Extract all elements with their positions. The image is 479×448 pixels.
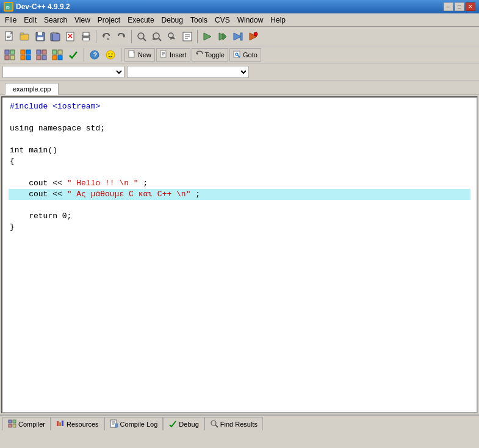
toggle-text-button[interactable]: Toggle — [192, 48, 228, 62]
svg-point-83 — [211, 421, 216, 425]
code-normal: { — [10, 157, 15, 166]
svg-point-40 — [254, 32, 258, 36]
code-line-blank13 — [9, 364, 470, 375]
file-tab-example-cpp[interactable]: example.cpp — [5, 83, 59, 95]
separator3 — [197, 30, 198, 43]
svg-rect-53 — [52, 50, 57, 54]
separator1 — [96, 30, 96, 43]
resources-tab-label: Resources — [67, 421, 99, 428]
close-button[interactable]: ✕ — [466, 2, 475, 11]
code-line-blank7 — [9, 299, 470, 310]
svg-rect-13 — [52, 34, 60, 41]
svg-point-61 — [112, 53, 113, 54]
svg-rect-51 — [37, 55, 41, 60]
svg-rect-27 — [153, 38, 157, 40]
help-button[interactable]: ? — [87, 48, 102, 62]
code-line-blank14 — [9, 375, 470, 386]
dropdown-row — [0, 63, 479, 80]
t4-button[interactable] — [50, 48, 65, 62]
app-title: Dev-C++ 4.9.9.2 — [16, 2, 70, 11]
redo-button[interactable] — [114, 29, 129, 44]
insert-text-button[interactable]: Insert — [156, 48, 190, 62]
open-button[interactable] — [18, 29, 32, 44]
compile-run-button[interactable] — [231, 29, 245, 44]
compile-button[interactable] — [200, 29, 215, 44]
new-btn-icon — [128, 50, 137, 60]
code-line-blank8 — [9, 310, 470, 321]
title-bar-controls: ─ □ ✕ — [444, 2, 475, 11]
bottom-tabs: Compiler Resources Compile Log Debug Fin… — [0, 414, 479, 432]
compiler-tab[interactable]: Compiler — [2, 417, 51, 430]
svg-rect-74 — [13, 424, 16, 427]
menu-file[interactable]: File — [1, 15, 20, 26]
smiley-button[interactable] — [103, 48, 118, 62]
svg-rect-3 — [7, 35, 11, 35]
find4-button[interactable] — [180, 29, 195, 44]
debug-tab[interactable]: Debug — [163, 417, 204, 430]
find2-button[interactable] — [149, 29, 164, 44]
svg-rect-4 — [7, 36, 11, 37]
svg-marker-34 — [204, 33, 211, 40]
new-button[interactable] — [2, 29, 17, 44]
svg-rect-41 — [5, 50, 9, 54]
tab-bar: example.cpp — [0, 80, 479, 95]
save-button[interactable] — [33, 29, 48, 44]
goto-text-button[interactable]: Goto — [229, 48, 261, 62]
menu-bar: File Edit Search View Project Execute De… — [0, 13, 479, 27]
svg-rect-46 — [26, 50, 31, 54]
menu-execute[interactable]: Execute — [124, 15, 157, 26]
svg-marker-37 — [234, 33, 241, 40]
menu-view[interactable]: View — [71, 15, 94, 26]
title-bar: D Dev-C++ 4.9.9.2 ─ □ ✕ — [0, 0, 479, 13]
resources-tab[interactable]: Resources — [51, 417, 104, 430]
svg-rect-75 — [57, 421, 59, 426]
code-cout1: cout << " Hello !! \n " ; — [10, 179, 148, 188]
menu-debug[interactable]: Debug — [158, 15, 187, 26]
print-button[interactable] — [79, 29, 93, 44]
compile-log-tab[interactable]: Compile Log — [104, 417, 164, 430]
svg-rect-9 — [38, 32, 42, 35]
code-line-5: int main() — [9, 145, 470, 156]
t3-button[interactable] — [34, 48, 49, 62]
new-text-btn-label: New — [138, 51, 151, 59]
find3-button[interactable] — [165, 29, 179, 44]
classes-button[interactable] — [2, 48, 17, 62]
undo-button[interactable] — [99, 29, 113, 44]
code-return: return 0; — [10, 212, 71, 221]
svg-point-25 — [153, 33, 159, 39]
menu-window[interactable]: Window — [234, 15, 267, 26]
check-button[interactable] — [66, 48, 81, 62]
scope-dropdown[interactable] — [2, 66, 124, 78]
resources-tab-icon — [56, 419, 65, 429]
menu-tools[interactable]: Tools — [187, 15, 211, 26]
run-button[interactable] — [215, 29, 230, 44]
menu-edit[interactable]: Edit — [20, 15, 40, 26]
code-line-6: { — [9, 156, 470, 167]
code-line-9: cout << " Ας μάθουμε C και C++ \n" ; — [9, 189, 470, 200]
code-brace: } — [10, 222, 15, 232]
menu-help[interactable]: Help — [267, 15, 289, 26]
new-text-button[interactable]: New — [124, 48, 155, 62]
minimize-button[interactable]: ─ — [444, 2, 453, 11]
maximize-button[interactable]: □ — [455, 2, 464, 11]
code-line-blank3 — [9, 255, 470, 266]
code-cout2: cout << " Ας μάθουμε C και C++ \n" ; — [10, 190, 200, 199]
debug-tab-label: Debug — [179, 421, 198, 428]
code-editor[interactable]: #include <iostream> using namespace std;… — [1, 96, 478, 413]
save-all-button[interactable] — [48, 29, 63, 44]
menu-cvs[interactable]: CVS — [211, 15, 234, 26]
function-dropdown[interactable] — [127, 66, 249, 78]
debug-run-button[interactable] — [246, 29, 261, 44]
members-button[interactable] — [18, 48, 33, 62]
code-directive: #include <iostream> — [10, 102, 100, 111]
find-results-tab[interactable]: Find Results — [204, 417, 263, 430]
svg-point-60 — [109, 53, 110, 54]
close-file-button[interactable] — [63, 29, 78, 44]
code-line-blank5 — [9, 277, 470, 288]
find-results-tab-label: Find Results — [220, 421, 258, 428]
svg-text:D: D — [6, 5, 10, 10]
menu-project[interactable]: Project — [94, 15, 124, 26]
find-button[interactable] — [134, 29, 149, 44]
svg-line-24 — [143, 38, 146, 41]
menu-search[interactable]: Search — [40, 15, 71, 26]
